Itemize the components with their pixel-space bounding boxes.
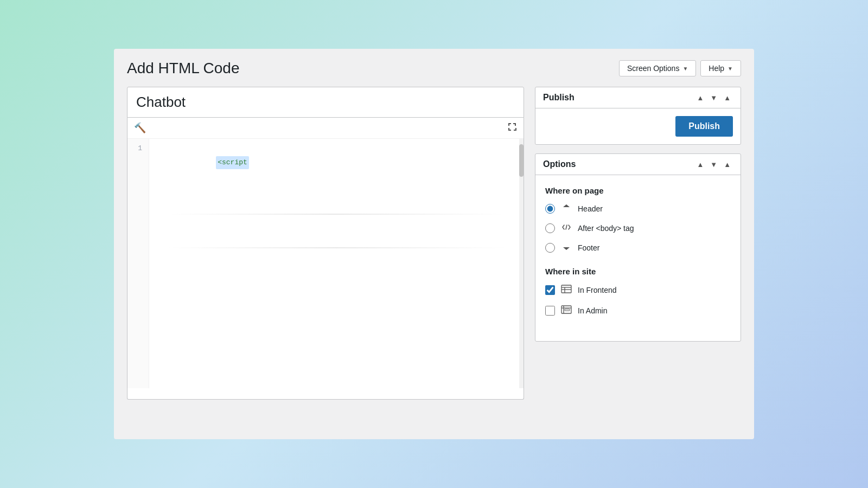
title-box <box>127 87 524 118</box>
where-in-site-group: In Frontend <box>545 284 731 317</box>
code-content[interactable]: <script <box>149 139 524 388</box>
footer-label: Footer <box>578 243 599 252</box>
after-body-icon <box>560 222 572 234</box>
hammer-icon: 🔨 <box>134 122 146 134</box>
header-radio-item[interactable]: Header <box>545 203 731 215</box>
in-frontend-icon <box>560 284 572 297</box>
in-admin-icon <box>560 304 572 317</box>
after-body-label: After <body> tag <box>578 224 634 233</box>
where-on-page-label: Where on page <box>545 186 731 195</box>
code-line-1: <script <box>157 144 516 181</box>
in-frontend-label: In Frontend <box>578 286 617 294</box>
top-bar: Add HTML Code Screen Options ▼ Help ▼ <box>127 60 741 77</box>
where-in-site-label: Where in site <box>545 267 731 276</box>
page-title: Add HTML Code <box>127 60 240 77</box>
code-tag: <script <box>216 156 249 169</box>
shadow-line-1 <box>168 214 505 215</box>
publish-panel-body: Publish <box>535 108 741 144</box>
screen-options-button[interactable]: Screen Options ▼ <box>619 60 696 76</box>
title-input[interactable] <box>136 94 515 111</box>
scrollbar-track[interactable] <box>519 139 524 388</box>
help-button[interactable]: Help ▼ <box>700 60 741 76</box>
in-frontend-checkbox-item[interactable]: In Frontend <box>545 284 731 297</box>
where-on-page-group: Header After <body> tag <box>545 203 731 254</box>
after-body-radio[interactable] <box>545 223 555 233</box>
in-frontend-checkbox[interactable] <box>545 285 555 295</box>
footer-icon <box>560 242 572 254</box>
options-panel-header: Options ▲ ▼ ▲ <box>535 154 741 175</box>
svg-rect-0 <box>561 285 571 293</box>
options-panel-title: Options <box>543 159 576 169</box>
line-number-1: 1 <box>132 144 142 152</box>
publish-collapse-up-button[interactable]: ▲ <box>694 93 706 102</box>
header-radio[interactable] <box>545 204 555 214</box>
scrollbar-thumb[interactable] <box>519 144 524 177</box>
content-area: 🔨 1 <script <box>127 87 741 400</box>
after-body-radio-item[interactable]: After <body> tag <box>545 222 731 234</box>
top-bar-buttons: Screen Options ▼ Help ▼ <box>619 60 741 76</box>
publish-panel-header: Publish ▲ ▼ ▲ <box>535 87 741 108</box>
options-collapse-up-button[interactable]: ▲ <box>694 160 706 169</box>
help-arrow-icon: ▼ <box>727 66 733 72</box>
footer-radio-item[interactable]: Footer <box>545 242 731 254</box>
publish-panel-title: Publish <box>543 93 575 102</box>
header-icon <box>560 203 572 215</box>
header-label: Header <box>578 204 603 213</box>
screen-options-label: Screen Options <box>627 64 680 73</box>
code-editor-wrapper: 🔨 1 <script <box>127 118 524 400</box>
line-numbers: 1 <box>127 139 149 388</box>
publish-panel: Publish ▲ ▼ ▲ Publish <box>535 87 741 145</box>
options-panel: Options ▲ ▼ ▲ Where on page <box>535 153 741 342</box>
options-panel-controls: ▲ ▼ ▲ <box>694 160 733 169</box>
publish-close-button[interactable]: ▲ <box>722 93 733 102</box>
publish-collapse-down-button[interactable]: ▼ <box>708 93 719 102</box>
expand-icon[interactable] <box>507 122 517 134</box>
publish-button[interactable]: Publish <box>675 116 733 137</box>
admin-panel: Add HTML Code Screen Options ▼ Help ▼ 🔨 <box>114 49 754 439</box>
help-label: Help <box>709 64 724 73</box>
sidebar: Publish ▲ ▼ ▲ Publish Options ▲ <box>535 87 741 350</box>
screen-options-arrow-icon: ▼ <box>682 66 688 72</box>
code-editor-body: 1 <script <box>127 139 524 388</box>
in-admin-label: In Admin <box>578 306 607 315</box>
svg-rect-7 <box>565 309 570 311</box>
in-admin-checkbox[interactable] <box>545 306 555 316</box>
options-collapse-down-button[interactable]: ▼ <box>708 160 719 169</box>
options-panel-body: Where on page Header <box>535 175 741 341</box>
publish-panel-controls: ▲ ▼ ▲ <box>694 93 733 102</box>
code-editor-toolbar: 🔨 <box>127 118 524 139</box>
editor-section: 🔨 1 <script <box>127 87 524 400</box>
options-close-button[interactable]: ▲ <box>722 160 733 169</box>
in-admin-checkbox-item[interactable]: In Admin <box>545 304 731 317</box>
footer-radio[interactable] <box>545 243 555 253</box>
shadow-line-2 <box>168 247 505 248</box>
